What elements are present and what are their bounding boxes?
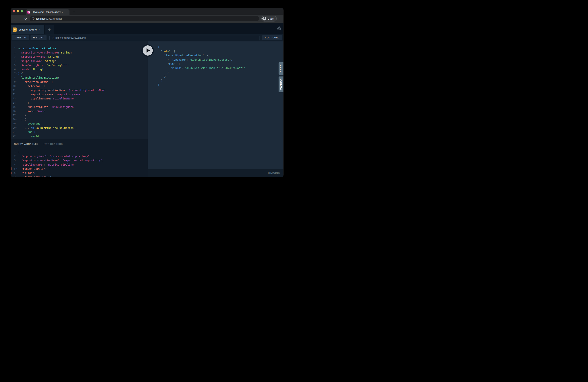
variables-code-line[interactable]: 7▾ "save_metrics": { bbox=[11, 175, 148, 177]
response-code-line[interactable]: } bbox=[148, 79, 283, 83]
tab-close-icon[interactable]: × bbox=[62, 11, 63, 14]
response-code-line[interactable]: } bbox=[148, 83, 283, 87]
reload-icon[interactable]: ⟳ bbox=[23, 16, 28, 21]
fold-arrow-icon[interactable]: ▾ bbox=[16, 151, 18, 153]
query-code-line[interactable]: 13 pipelineName: $pipelineName bbox=[11, 96, 148, 101]
close-window-button[interactable] bbox=[13, 10, 15, 12]
query-code-line[interactable]: 15 runConfigData: $runConfigData bbox=[11, 105, 148, 109]
browser-menu-icon[interactable]: ⋮ bbox=[277, 17, 282, 20]
line-number: 10 bbox=[12, 85, 16, 87]
window-controls bbox=[13, 10, 23, 12]
tracing-bar: TRACING bbox=[148, 169, 283, 177]
variables-code-line[interactable]: 2 "repositoryName": "experimental_reposi… bbox=[11, 154, 148, 158]
fold-arrow-icon[interactable]: ▾ bbox=[154, 46, 156, 48]
session-close-icon[interactable]: × bbox=[39, 28, 40, 31]
variables-code-line[interactable]: 5▾ "runConfigData": { bbox=[11, 167, 148, 171]
variables-code-line[interactable]: 1▾{ bbox=[11, 150, 148, 154]
query-code-line[interactable]: 20▾ ... on LaunchPipelineRunSuccess { bbox=[11, 126, 148, 130]
response-code-line[interactable]: "run": { bbox=[148, 62, 283, 66]
schema-tab[interactable]: SCHEMA bbox=[278, 77, 283, 92]
line-number: 7 bbox=[12, 72, 16, 75]
response-code-line[interactable]: ▾{ bbox=[148, 45, 283, 49]
history-button[interactable]: HISTORY bbox=[30, 35, 46, 40]
fold-arrow-icon[interactable]: ▾ bbox=[16, 85, 18, 87]
response-code-line[interactable]: "__typename": "LaunchPipelineRunSuccess"… bbox=[148, 58, 283, 62]
query-code-line[interactable]: 14 } bbox=[11, 101, 148, 105]
browser-window: Playground - http://localhost:3 × + ← → … bbox=[11, 8, 283, 177]
browser-tab[interactable]: Playground - http://localhost:3 × bbox=[26, 9, 69, 15]
new-session-button[interactable]: + bbox=[45, 25, 54, 34]
playground-main: 1mutation ExecutePipeline(2 $repositoryL… bbox=[11, 42, 283, 177]
line-number: 4 bbox=[12, 163, 16, 166]
new-tab-button[interactable]: + bbox=[71, 9, 77, 15]
query-code-line[interactable]: 5 $runConfigData: RunConfigData! bbox=[11, 63, 148, 67]
profile-chip[interactable]: Guest bbox=[261, 16, 277, 21]
query-code-line[interactable]: 8 launchPipelineExecution( bbox=[11, 76, 148, 80]
fold-arrow-icon[interactable]: ▾ bbox=[16, 172, 18, 174]
endpoint-input[interactable]: ↺ http://localhost:3333/graphql bbox=[49, 35, 260, 40]
copy-curl-button[interactable]: COPY CURL bbox=[262, 35, 282, 40]
right-pane: ▾{▾ "data": {▾ "launchPipelineExecution"… bbox=[148, 42, 283, 177]
lint-marker bbox=[11, 176, 12, 177]
fold-arrow-icon[interactable]: ▾ bbox=[16, 127, 18, 129]
variables-code-line[interactable]: 6▾ "solids": { bbox=[11, 171, 148, 175]
left-pane: 1mutation ExecutePipeline(2 $repositoryL… bbox=[11, 42, 148, 177]
query-code-line[interactable]: 12 repositoryName: $repositoryName bbox=[11, 92, 148, 96]
settings-gear-icon[interactable] bbox=[277, 26, 281, 30]
prettify-button[interactable]: PRETTIFY bbox=[12, 35, 29, 40]
browser-toolbar: ← → ⟳ ⓘ localhost:3333/graphql Guest ⋮ bbox=[11, 15, 283, 22]
response-code-line[interactable]: ▾ "launchPipelineExecution": { bbox=[148, 53, 283, 58]
query-code-line[interactable]: 7▾) { bbox=[11, 71, 148, 76]
query-code-line[interactable]: 22 runId bbox=[11, 134, 148, 138]
response-code-line[interactable]: "runId": "a49b864a-79e2-4be8-b78c-687457… bbox=[148, 66, 283, 70]
query-code-line[interactable]: 10▾ selector: { bbox=[11, 84, 148, 88]
line-number: 2 bbox=[12, 51, 16, 54]
tracing-label[interactable]: TRACING bbox=[268, 171, 280, 174]
site-info-icon[interactable]: ⓘ bbox=[32, 17, 35, 20]
fold-arrow-icon[interactable]: ▾ bbox=[154, 50, 156, 52]
fold-arrow-icon[interactable]: ▾ bbox=[154, 55, 156, 56]
response-code-line[interactable]: } bbox=[148, 74, 283, 78]
minimize-window-button[interactable] bbox=[17, 10, 19, 12]
query-code-line[interactable]: 1mutation ExecutePipeline( bbox=[11, 46, 148, 50]
query-code-line[interactable]: 21 run { bbox=[11, 130, 148, 134]
fold-arrow-icon[interactable]: ▾ bbox=[16, 119, 18, 120]
line-number: 13 bbox=[12, 97, 16, 100]
reset-endpoint-icon[interactable]: ↺ bbox=[51, 36, 54, 39]
line-number: 18 bbox=[12, 118, 16, 121]
query-code-line[interactable]: 3 $repositoryName: String! bbox=[11, 55, 148, 59]
zoom-window-button[interactable] bbox=[21, 10, 23, 12]
docs-tab[interactable]: DOCS bbox=[278, 62, 283, 75]
line-number: 12 bbox=[12, 93, 16, 96]
variables-code-line[interactable]: 4 "pipelineName": "metrics_pipeline", bbox=[11, 163, 148, 167]
back-icon[interactable]: ← bbox=[13, 16, 18, 21]
variables-tabs: QUERY VARIABLES HTTP HEADERS bbox=[11, 142, 148, 146]
query-code-line[interactable]: 16 mode: $mode bbox=[11, 109, 148, 113]
response-viewer[interactable]: ▾{▾ "data": {▾ "launchPipelineExecution"… bbox=[148, 42, 283, 169]
query-code-line[interactable]: 4 $pipelineName: String! bbox=[11, 59, 148, 63]
variables-code-line[interactable]: 3 "repositoryLocationName": "experimenta… bbox=[11, 158, 148, 162]
tab-query-variables[interactable]: QUERY VARIABLES bbox=[14, 143, 39, 146]
query-code-line[interactable]: 18▾ ) { bbox=[11, 117, 148, 122]
line-number: 4 bbox=[12, 60, 16, 62]
query-code-line[interactable]: 23 } bbox=[11, 138, 148, 139]
forward-icon[interactable]: → bbox=[18, 16, 23, 21]
response-code-line[interactable]: ▾ "data": { bbox=[148, 49, 283, 53]
session-tab-executepipeline[interactable]: M ExecutePipeline × bbox=[11, 25, 44, 34]
response-code-line[interactable]: } bbox=[148, 70, 283, 74]
query-code-line[interactable]: 6 $mode: String! bbox=[11, 67, 148, 71]
query-editor[interactable]: 1mutation ExecutePipeline(2 $repositoryL… bbox=[11, 42, 148, 139]
fold-arrow-icon[interactable]: ▾ bbox=[16, 81, 18, 83]
query-code-line[interactable]: 17 } bbox=[11, 113, 148, 117]
tab-http-headers[interactable]: HTTP HEADERS bbox=[43, 143, 63, 146]
query-code-line[interactable]: 19 __typename bbox=[11, 122, 148, 126]
query-code-line[interactable]: 2 $repositoryLocationName: String! bbox=[11, 50, 148, 55]
variables-editor[interactable]: 1▾{2 "repositoryName": "experimental_rep… bbox=[11, 150, 148, 177]
query-code-line[interactable]: 9▾ executionParams: { bbox=[11, 80, 148, 84]
fold-arrow-icon[interactable]: ▾ bbox=[16, 73, 18, 74]
fold-arrow-icon[interactable]: ▾ bbox=[16, 176, 18, 177]
execute-button[interactable] bbox=[142, 44, 154, 57]
address-bar[interactable]: ⓘ localhost:3333/graphql bbox=[30, 16, 259, 21]
query-code-line[interactable]: 11 repositoryLocationName: $repositoryLo… bbox=[11, 88, 148, 92]
fold-arrow-icon[interactable]: ▾ bbox=[16, 168, 18, 170]
